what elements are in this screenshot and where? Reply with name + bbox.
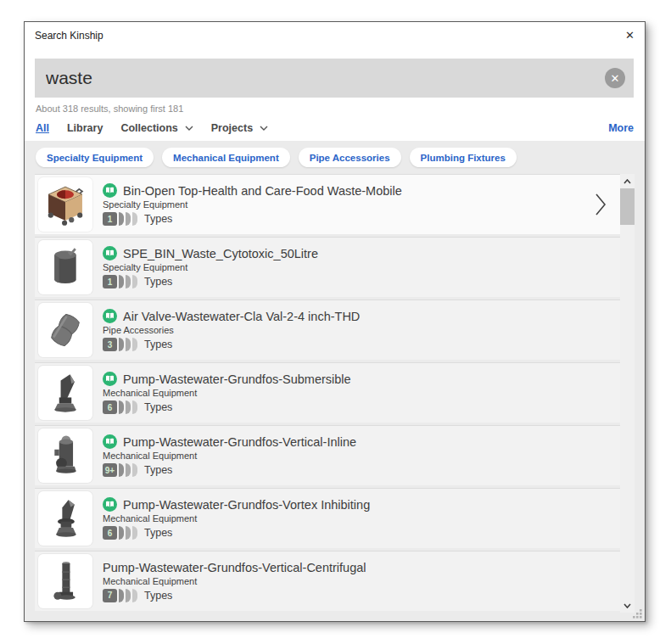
close-icon: ✕ <box>625 29 635 42</box>
more-link[interactable]: More <box>608 122 634 134</box>
result-title: SPE_BIN_Waste_Cytotoxic_50Litre <box>123 247 318 260</box>
result-title: Pump-Wastewater-Grundfos-Vertical-Centri… <box>103 561 366 574</box>
library-badge-icon <box>103 372 117 386</box>
filter-tabs: All Library Collections Projects More <box>25 114 645 141</box>
scroll-thumb[interactable] <box>620 188 635 225</box>
library-badge-icon <box>103 497 117 512</box>
tab-all[interactable]: All <box>36 122 49 134</box>
result-title: Pump-Wastewater-Grundfos-Vortex Inhibiti… <box>123 498 370 512</box>
types-count-badge: 6 <box>103 526 117 540</box>
types-label: Types <box>144 527 172 539</box>
thumbnail <box>38 303 92 357</box>
types-label: Types <box>144 276 172 288</box>
result-row-spe-bin[interactable]: SPE_BIN_Waste_Cytotoxic_50Litre Specialt… <box>35 237 620 297</box>
thumbnail <box>38 177 92 232</box>
types-label: Types <box>144 464 172 476</box>
chevron-down-icon <box>260 126 268 131</box>
result-title: Bin-Open Top-Health and Care-Food Waste-… <box>123 184 402 198</box>
types-label: Types <box>144 590 172 602</box>
tab-library[interactable]: Library <box>67 122 103 134</box>
chip-specialty-equipment[interactable]: Specialty Equipment <box>36 148 154 167</box>
pump-submersible-thumbnail-icon <box>41 368 90 417</box>
window-title: Search Kinship <box>35 30 103 42</box>
results-list: Bin-Open Top-Health and Care-Food Waste-… <box>35 174 620 613</box>
result-row-pump-submersible[interactable]: Pump-Wastewater-Grundfos-Submersible Mec… <box>35 362 620 423</box>
search-input[interactable] <box>35 59 634 98</box>
result-row-pump-vertical-inline[interactable]: Pump-Wastewater-Grundfos-Vertical-Inline… <box>35 425 620 485</box>
result-title: Pump-Wastewater-Grundfos-Vertical-Inline <box>123 435 356 449</box>
types-label: Types <box>144 339 172 350</box>
chevron-down-icon <box>185 126 193 131</box>
library-badge-icon <box>103 183 117 198</box>
types-count-badge: 1 <box>103 212 117 226</box>
result-title: Pump-Wastewater-Grundfos-Submersible <box>123 372 351 386</box>
thumbnail <box>38 428 92 483</box>
result-category: Mechanical Equipment <box>103 388 351 398</box>
thumbnail <box>38 554 92 608</box>
scroll-up-button[interactable] <box>620 174 635 188</box>
types-count-badge: 9+ <box>103 463 117 477</box>
result-category: Mechanical Equipment <box>103 576 366 586</box>
library-badge-icon <box>103 434 117 449</box>
chip-pipe-accessories[interactable]: Pipe Accessories <box>299 148 401 167</box>
resize-grip[interactable] <box>631 608 643 619</box>
category-chips: Specialty Equipment Mechanical Equipment… <box>35 146 635 174</box>
result-row-air-valve[interactable]: Air Valve-Wastewater-Cla Val-2-4 inch-TH… <box>35 300 620 360</box>
scroll-track[interactable] <box>620 188 635 598</box>
thumbnail <box>38 366 92 420</box>
types-label: Types <box>144 213 172 225</box>
results-section: Specialty Equipment Mechanical Equipment… <box>25 141 645 621</box>
results-list-wrap: Bin-Open Top-Health and Care-Food Waste-… <box>35 174 635 613</box>
search-section: ✕ About 318 results, showing first 181 <box>25 48 645 114</box>
bin-open-top-thumbnail-icon <box>41 180 90 229</box>
result-row-pump-vortex[interactable]: Pump-Wastewater-Grundfos-Vortex Inhibiti… <box>35 488 620 548</box>
chevron-down-icon <box>623 603 631 608</box>
search-box: ✕ <box>35 59 634 98</box>
result-row-pump-vertical-centrifugal[interactable]: Pump-Wastewater-Grundfos-Vertical-Centri… <box>35 551 620 611</box>
types-count-badge: 7 <box>103 589 117 602</box>
close-button[interactable]: ✕ <box>612 26 635 45</box>
result-category: Mechanical Equipment <box>103 513 370 524</box>
thumbnail <box>38 240 92 294</box>
air-valve-thumbnail-icon <box>41 305 90 355</box>
library-badge-icon <box>103 246 117 260</box>
chevron-right-icon[interactable] <box>595 193 607 216</box>
tab-projects[interactable]: Projects <box>211 122 268 134</box>
thumbnail <box>38 491 92 546</box>
title-bar: Search Kinship ✕ <box>25 22 645 48</box>
pump-vertical-centrifugal-thumbnail-icon <box>41 557 90 606</box>
search-kinship-dialog: Search Kinship ✕ ✕ About 318 results, sh… <box>24 21 646 622</box>
types-count-badge: 1 <box>103 275 117 288</box>
pump-vertical-inline-thumbnail-icon <box>41 431 90 480</box>
clear-icon: ✕ <box>611 73 620 84</box>
tab-collections[interactable]: Collections <box>120 122 193 134</box>
result-category: Specialty Equipment <box>103 262 318 272</box>
cylinder-bin-thumbnail-icon <box>41 243 90 292</box>
chip-mechanical-equipment[interactable]: Mechanical Equipment <box>162 148 290 167</box>
chip-plumbing-fixtures[interactable]: Plumbing Fixtures <box>410 148 517 167</box>
results-info: About 318 results, showing first 181 <box>36 104 634 114</box>
result-category: Specialty Equipment <box>103 199 402 210</box>
result-category: Pipe Accessories <box>103 325 360 335</box>
list-scrollbar[interactable] <box>620 174 635 613</box>
result-row-bin-open-top[interactable]: Bin-Open Top-Health and Care-Food Waste-… <box>35 174 620 234</box>
chevron-up-icon <box>623 179 631 184</box>
library-badge-icon <box>103 309 117 323</box>
types-label: Types <box>144 401 172 413</box>
pump-vortex-thumbnail-icon <box>41 494 90 543</box>
clear-search-button[interactable]: ✕ <box>605 68 625 88</box>
result-title: Air Valve-Wastewater-Cla Val-2-4 inch-TH… <box>123 310 360 323</box>
types-count-badge: 3 <box>103 338 117 351</box>
types-count-badge: 6 <box>103 400 117 414</box>
result-category: Mechanical Equipment <box>103 451 356 461</box>
